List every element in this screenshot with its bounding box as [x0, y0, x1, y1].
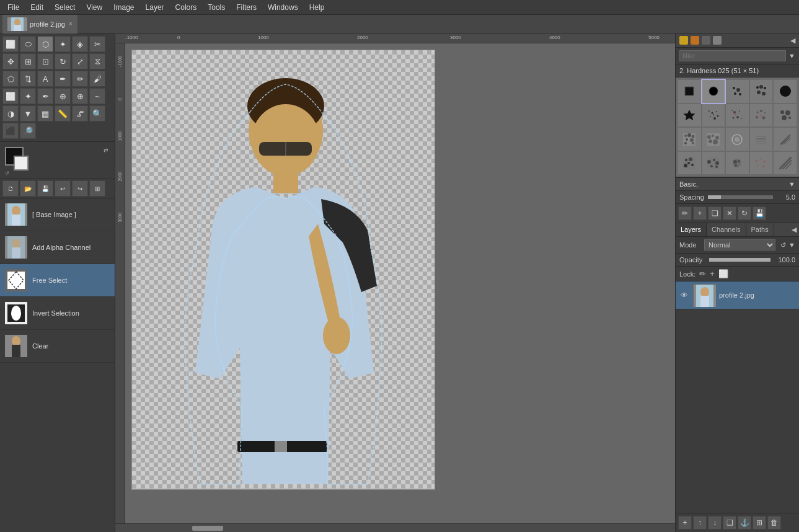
ctx-invert-selection[interactable]: Invert Selection [0, 297, 115, 330]
ctx-free-select[interactable]: Free Select [0, 264, 115, 297]
layer-raise-btn[interactable]: ↑ [693, 516, 707, 530]
dock-btn[interactable]: ⊞ [89, 180, 105, 197]
tool-free-select[interactable]: ⬡ [37, 36, 53, 52]
brush-star[interactable] [678, 104, 701, 127]
redo-btn[interactable]: ↪ [72, 180, 88, 197]
brush-edit-btn[interactable]: ✏ [678, 206, 692, 220]
lock-alpha-icon[interactable]: ⬜ [718, 269, 728, 278]
filter-dropdown-icon[interactable]: ▼ [788, 52, 795, 60]
ctx-base-image[interactable]: [ Base Image ] [0, 198, 115, 231]
menu-layer[interactable]: Layer [141, 2, 169, 13]
brush-refresh-btn[interactable]: ↻ [738, 206, 751, 220]
brush-big-circle[interactable] [774, 80, 797, 103]
horizontal-scrollbar[interactable] [115, 523, 675, 532]
tool-ellipse-select[interactable]: ⬭ [20, 36, 36, 52]
undo-btn[interactable]: ↩ [55, 180, 71, 197]
tab-paths[interactable]: Paths [746, 223, 774, 236]
tool-airbrush[interactable]: ✦ [20, 88, 36, 104]
tool-move[interactable]: ✥ [2, 53, 19, 69]
brush-del-btn[interactable]: ✕ [723, 206, 736, 220]
tool-paintbrush[interactable]: 🖌 [89, 71, 105, 87]
tool-fuzzy-select[interactable]: ✦ [55, 36, 71, 52]
brush-square[interactable] [678, 80, 701, 103]
lock-add-icon[interactable]: + [710, 269, 715, 278]
new-image-btn[interactable]: 🗋 [2, 180, 19, 197]
tool-zoom[interactable]: 🔍 [89, 105, 105, 122]
layer-mode-more[interactable]: ▼ [788, 241, 795, 249]
brush-cross-plus[interactable]: + [750, 104, 773, 127]
swap-colors-icon[interactable]: ⇄ [104, 147, 108, 153]
tool-rect-select[interactable]: ⬜ [2, 36, 19, 52]
tab-close-button[interactable]: × [69, 20, 73, 27]
menu-windows[interactable]: Windows [263, 2, 303, 13]
tab-layers[interactable]: Layers [676, 223, 707, 236]
opacity-slider[interactable] [709, 258, 770, 262]
background-color[interactable] [14, 156, 29, 171]
tool-heal[interactable]: ⊕ [72, 88, 88, 104]
brush-dup-btn[interactable]: ❑ [708, 206, 722, 220]
layer-delete-btn[interactable]: 🗑 [767, 516, 781, 530]
brush-new-btn[interactable]: + [693, 206, 707, 220]
layer-mode-select[interactable]: Normal Multiply Screen Overlay [704, 239, 775, 250]
tool-pencil[interactable]: ✏ [72, 71, 88, 87]
menu-file[interactable]: File [2, 2, 24, 13]
brush-scatter2[interactable]: ++ [726, 104, 749, 127]
open-image-btn[interactable]: 📂 [20, 180, 36, 197]
brush-hardness025[interactable] [702, 80, 725, 103]
lock-pixel-icon[interactable]: ✏ [699, 269, 706, 278]
tool-scale[interactable]: ⤢ [72, 53, 88, 69]
image-canvas[interactable] [131, 50, 435, 490]
tool-color-balance[interactable]: ⬛ [2, 123, 19, 139]
menu-filters[interactable]: Filters [231, 2, 262, 13]
brush-category-dropdown[interactable]: ▼ [788, 180, 795, 188]
layer-anchor-btn[interactable]: ⚓ [738, 516, 751, 530]
tool-align[interactable]: ⊞ [20, 53, 36, 69]
tool-measure[interactable]: 📏 [55, 105, 71, 122]
tool-flip[interactable]: ⇅ [20, 71, 36, 87]
spacing-slider[interactable] [708, 195, 773, 199]
layer-dup-btn[interactable]: ❑ [723, 516, 736, 530]
layer-merge-btn[interactable]: ⊞ [753, 516, 766, 530]
tool-text[interactable]: A [37, 71, 53, 87]
menu-view[interactable]: View [81, 2, 107, 13]
tab-channels[interactable]: Channels [707, 223, 746, 236]
brush-cross-marks[interactable]: +++++ [750, 152, 773, 175]
filter-input[interactable] [679, 50, 786, 61]
brush-lines1[interactable] [750, 128, 773, 151]
layer-mode-reset[interactable]: ↺ [780, 241, 786, 249]
tool-crop[interactable]: ⊡ [37, 53, 53, 69]
reset-colors-icon[interactable]: ↺ [5, 171, 9, 176]
brush-angled1[interactable] [774, 128, 797, 151]
save-btn[interactable]: 💾 [37, 180, 53, 197]
panel-collapse-btn[interactable]: ◀ [790, 37, 795, 45]
menu-help[interactable]: Help [304, 2, 330, 13]
layer-new-btn[interactable]: + [678, 516, 692, 530]
tool-zoom-out[interactable]: 🔎 [20, 123, 36, 139]
tool-clone[interactable]: ⊕ [55, 88, 71, 104]
tool-smudge[interactable]: ~ [89, 88, 105, 104]
menu-select[interactable]: Select [50, 2, 80, 13]
tool-perspective[interactable]: ⬠ [2, 71, 19, 87]
tool-dodge[interactable]: ◑ [2, 105, 19, 122]
tool-eraser[interactable]: ⬜ [2, 88, 19, 104]
brush-big-scatter[interactable] [774, 104, 797, 127]
tool-blend[interactable]: ▦ [37, 105, 53, 122]
brush-organic1[interactable] [726, 152, 749, 175]
menu-image[interactable]: Image [108, 2, 139, 13]
document-tab[interactable]: profile 2.jpg × [2, 15, 77, 33]
brush-dots2[interactable] [750, 80, 773, 103]
tool-rotate[interactable]: ↻ [55, 53, 71, 69]
brush-circle-light[interactable] [726, 128, 749, 151]
brush-dots1[interactable] [726, 80, 749, 103]
tool-shear[interactable]: ⧖ [89, 53, 105, 69]
brush-textured2[interactable] [702, 128, 725, 151]
layer-visibility-eye[interactable]: 👁 [679, 290, 689, 300]
layer-item-profile2[interactable]: 👁 profile 2.jpg [676, 282, 799, 309]
menu-edit[interactable]: Edit [25, 2, 48, 13]
brush-diagonal[interactable] [774, 152, 797, 175]
ctx-clear[interactable]: Clear [0, 330, 115, 363]
tool-paths[interactable]: ✒ [55, 71, 71, 87]
menu-tools[interactable]: Tools [203, 2, 230, 13]
menu-colors[interactable]: Colors [170, 2, 202, 13]
tool-scissors[interactable]: ✂ [89, 36, 105, 52]
